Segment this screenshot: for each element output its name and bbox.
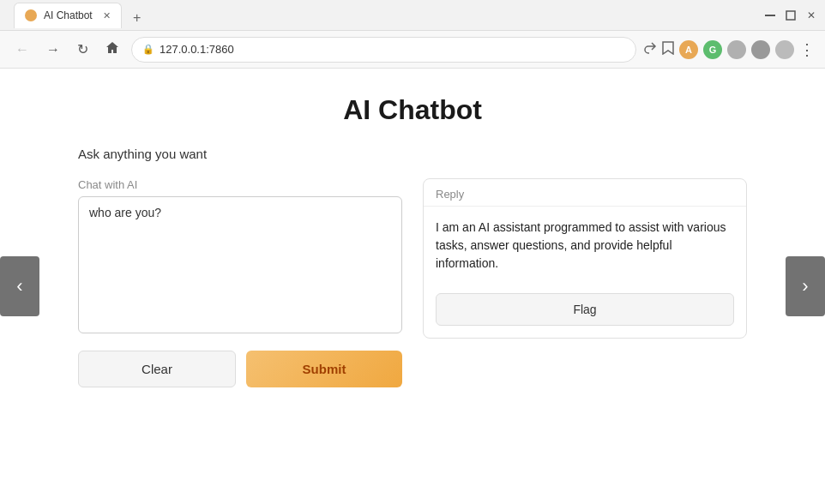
chat-input[interactable]: who are you? (78, 196, 402, 333)
address-field[interactable]: 🔒 127.0.0.1:7860 (131, 37, 636, 63)
reply-box: Reply I am an AI assistant programmed to… (423, 178, 747, 339)
title-bar: AI Chatbot ✕ + ✕ (0, 0, 825, 31)
home-button[interactable] (100, 38, 124, 62)
address-bar-right: A G ⋮ (643, 40, 815, 59)
active-tab[interactable]: AI Chatbot ✕ (14, 3, 122, 28)
new-tab-button[interactable]: + (127, 8, 148, 28)
menu-icon[interactable]: ⋮ (799, 40, 815, 59)
share-icon[interactable] (643, 41, 657, 57)
tab-favicon-icon (25, 9, 37, 21)
nav-right-button[interactable]: › (786, 256, 825, 316)
chat-input-section: Chat with AI who are you? Clear Submit (78, 178, 402, 387)
bookmark-icon[interactable] (662, 41, 674, 57)
close-icon[interactable]: ✕ (804, 9, 818, 22)
profile-avatar-2[interactable] (751, 40, 770, 59)
submit-button[interactable]: Submit (246, 351, 402, 387)
reply-section: Reply I am an AI assistant programmed to… (423, 178, 747, 339)
nav-right-icon: › (802, 275, 808, 297)
window-controls: ✕ (763, 9, 818, 22)
reload-button[interactable]: ↻ (72, 38, 93, 61)
reply-label: Reply (424, 179, 746, 207)
address-text: 127.0.0.1:7860 (160, 43, 625, 56)
page-inner: AI Chatbot Ask anything you want Chat wi… (27, 69, 798, 405)
maximize-icon[interactable] (784, 9, 798, 22)
minimize-icon[interactable] (763, 9, 777, 22)
nav-left-button[interactable]: ‹ (0, 256, 39, 316)
profile-avatar-green[interactable]: G (703, 40, 722, 59)
flag-button[interactable]: Flag (436, 293, 734, 326)
clear-button[interactable]: Clear (78, 351, 236, 387)
action-buttons: Clear Submit (78, 351, 402, 387)
profile-avatar-1[interactable] (727, 40, 746, 59)
tab-close-icon[interactable]: ✕ (103, 10, 111, 21)
profile-avatar-3[interactable] (775, 40, 794, 59)
browser-window: AI Chatbot ✕ + ✕ ← → ↻ 🔒 127.0.0. (0, 0, 825, 504)
address-bar: ← → ↻ 🔒 127.0.0.1:7860 A G ⋮ (0, 31, 825, 69)
nav-left-icon: ‹ (16, 275, 22, 297)
page-title: AI Chatbot (78, 94, 747, 126)
back-button[interactable]: ← (10, 39, 34, 61)
reply-text: I am an AI assistant programmed to assis… (424, 207, 746, 285)
security-icon: 🔒 (142, 44, 154, 55)
svg-rect-1 (786, 11, 795, 20)
forward-button[interactable]: → (41, 39, 65, 61)
page-content: ‹ › AI Chatbot Ask anything you want Cha… (0, 69, 825, 504)
tab-title: AI Chatbot (44, 9, 93, 21)
svg-rect-0 (765, 15, 775, 16)
chat-label: Chat with AI (78, 178, 402, 191)
profile-avatar-orange[interactable]: A (679, 40, 698, 59)
tab-bar: AI Chatbot ✕ + (7, 3, 760, 28)
chat-layout: Chat with AI who are you? Clear Submit R… (78, 178, 747, 387)
page-subtitle: Ask anything you want (78, 147, 747, 161)
